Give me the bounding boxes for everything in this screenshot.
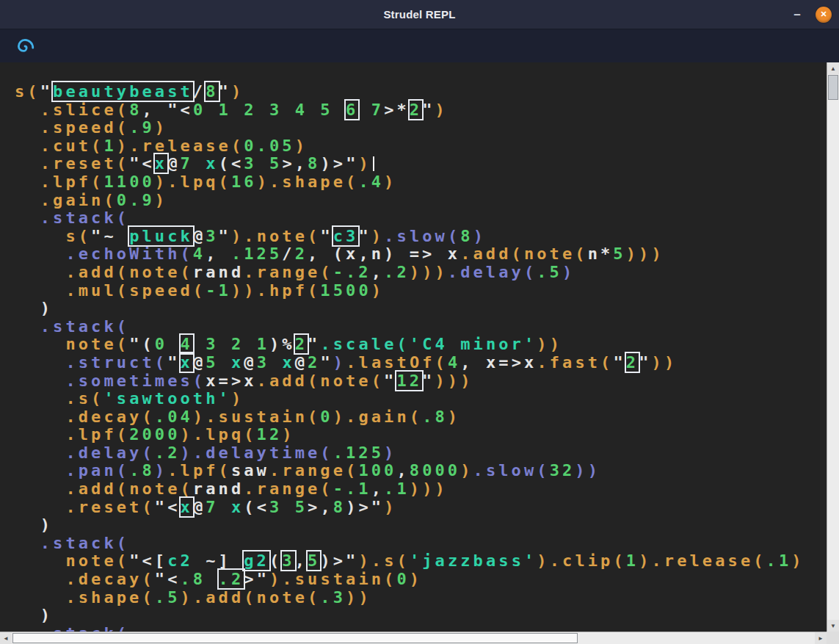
vertical-scrollbar[interactable]: ▲ ▼: [827, 62, 839, 632]
code-line: .shape(.5).add(note(.3)): [15, 589, 827, 607]
code-token: 16: [231, 173, 257, 191]
code-token: note(: [129, 263, 193, 281]
code-token: >: [244, 570, 256, 588]
code-line: .echoWith(4, .125/2, (x,n) => x.add(note…: [15, 245, 827, 264]
titlebar[interactable]: Strudel REPL – ✕: [0, 0, 839, 29]
code-token: n: [588, 245, 600, 263]
code-token: .lastOf(: [346, 353, 448, 372]
code-token: ): [333, 408, 346, 426]
code-token: ): [15, 515, 53, 534]
vertical-scroll-thumb[interactable]: [828, 75, 838, 100]
code-line: .gain(0.9): [15, 192, 827, 210]
minimize-button[interactable]: –: [791, 0, 804, 29]
active-event-highlight: 4: [181, 335, 193, 353]
code-token: .shape(: [65, 588, 154, 607]
code-token: .shape(: [269, 173, 358, 191]
code-token: ): [791, 551, 804, 570]
code-token: [15, 317, 40, 336]
code-token: [358, 101, 371, 119]
code-token: 1500: [320, 281, 371, 300]
code-token: ": [346, 551, 358, 570]
code-token: /: [193, 82, 206, 101]
code-token: 'sawtooth': [103, 389, 230, 408]
code-token: )): [575, 461, 600, 480]
code-token: .slow(: [473, 461, 550, 480]
code-token: s(: [65, 227, 91, 245]
toolbar: [0, 29, 839, 62]
code-token: ): [15, 299, 53, 317]
code-token: 3 2 1: [206, 335, 269, 353]
code-token: >,: [282, 154, 308, 173]
horizontal-scrollbar[interactable]: ◄ ►: [0, 632, 827, 644]
code-token: , x=>x: [460, 353, 537, 372]
code-token: ": [422, 101, 435, 119]
code-line: .speed(.9): [15, 119, 827, 137]
scroll-left-icon[interactable]: ◄: [0, 632, 12, 644]
code-token: "<[: [129, 551, 167, 570]
active-event-highlight: c3: [333, 227, 359, 245]
code-token: ,: [142, 101, 167, 119]
code-token: ): [384, 173, 396, 191]
code-token: ): [257, 173, 269, 191]
code-token: @: [193, 353, 206, 372]
active-event-highlight: beautybeast: [53, 82, 193, 101]
code-token: ): [333, 353, 346, 372]
code-token: ))): [410, 480, 448, 498]
code-line: .pan(.8).lpf(saw.range(100,8000).slow(32…: [15, 462, 827, 480]
code-token: .slow(: [384, 227, 460, 245]
code-token: note(: [65, 551, 129, 570]
active-event-highlight: 2: [626, 353, 639, 372]
code-token: 0.05: [244, 137, 294, 155]
code-token: 1: [103, 137, 116, 155]
code-token: rand: [193, 480, 244, 498]
code-token: ": [346, 154, 358, 173]
code-token: (<: [219, 154, 244, 173]
code-token: .scale(: [320, 335, 409, 353]
code-token: [15, 191, 40, 209]
text-cursor: [373, 156, 374, 171]
scroll-down-icon[interactable]: ▼: [827, 620, 839, 632]
code-token: .5: [155, 588, 181, 607]
code-line: .reset("<x@7 x(<3 5>,8)>"): [15, 499, 827, 517]
code-token: ): [117, 137, 129, 155]
horizontal-scroll-thumb[interactable]: [12, 633, 578, 643]
code-token: .2: [384, 263, 410, 281]
code-token: note(: [524, 245, 588, 263]
code-token: @: [167, 154, 180, 173]
code-token: ": [91, 227, 103, 245]
code-token: .s(: [65, 389, 103, 408]
code-token: .add(: [193, 588, 257, 607]
code-line: note("<[c2 ~] g2(3,5)>").s('jazzbass').c…: [15, 552, 827, 571]
code-token: [269, 353, 282, 372]
code-token: .stack(: [40, 534, 129, 552]
code-token: 0: [396, 570, 409, 588]
code-token: ": [257, 570, 269, 588]
code-token: [333, 101, 346, 119]
code-token: [15, 425, 65, 444]
code-token: "<: [129, 154, 155, 173]
code-token: .reset(: [40, 154, 129, 173]
code-token: ): [448, 408, 460, 426]
code-token: (<: [244, 498, 269, 516]
code-token: 8: [308, 154, 320, 173]
code-token: ): [231, 389, 244, 408]
code-token: 5: [206, 353, 218, 372]
close-button[interactable]: ✕: [816, 7, 832, 23]
code-area[interactable]: s("beautybeast/8") .slice(8, "<0 1 2 3 4…: [0, 62, 827, 632]
code-token: 3: [257, 353, 269, 372]
code-token: ): [155, 118, 167, 137]
code-token: ): [639, 551, 651, 570]
code-token: 3: [206, 227, 218, 245]
code-line: s("~ pluck@3").note("c3").slow(8): [15, 228, 827, 246]
code-token: .struct(: [65, 353, 167, 372]
strudel-spiral-logo-icon[interactable]: [15, 36, 35, 57]
code-line: .mul(speed(-1)).hpf(1500): [15, 282, 827, 300]
code-line: s("beautybeast/8"): [15, 83, 827, 101]
code-token: ": [320, 227, 333, 245]
code-token: ": [167, 353, 180, 372]
code-token: .add(: [65, 480, 129, 498]
scroll-right-icon[interactable]: ►: [815, 632, 827, 644]
code-token: x: [231, 498, 244, 516]
code-token: .lpf(: [65, 425, 129, 444]
scroll-up-icon[interactable]: ▲: [827, 62, 839, 74]
